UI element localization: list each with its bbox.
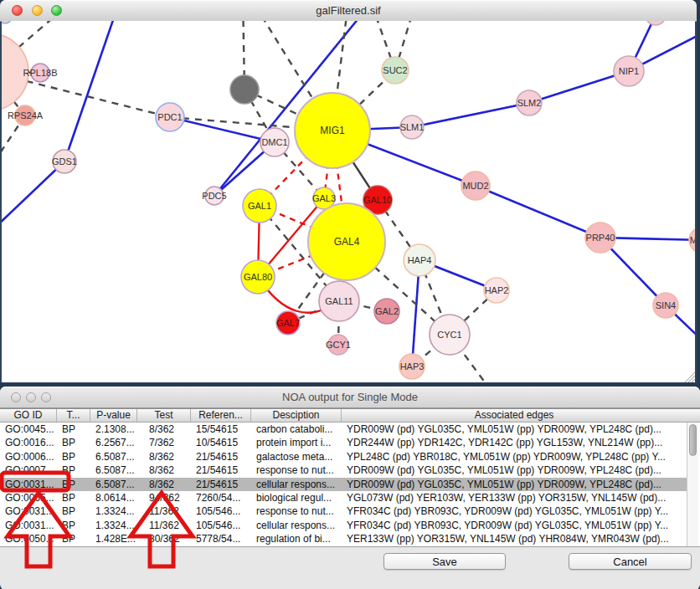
table-cell: BP: [59, 519, 92, 532]
table-row[interactable]: GO:0007...BP6.5087...8/36221/54615respon…: [2, 464, 688, 477]
node-label: GAL11: [325, 296, 353, 306]
table-cell: 21/54615: [193, 464, 253, 477]
network-edge: [412, 103, 529, 127]
network-node-darknode[interactable]: [230, 75, 259, 104]
table-cell: 1.3324...: [92, 504, 139, 518]
table-cell: 105/546...: [193, 504, 253, 518]
table-cell: 105/546...: [193, 519, 253, 532]
table-cell: GO:0045...: [2, 423, 59, 436]
node-label: SUC2: [383, 65, 407, 75]
table-cell: 1.3324...: [92, 519, 139, 532]
table-cell: 21/54615: [193, 450, 253, 464]
table-cell: 15/54615: [193, 423, 253, 436]
table-cell: YER133W (pp) YOR315W, YNL145W (pd) YHR08…: [343, 532, 688, 545]
table-cell: 80/362: [139, 532, 193, 545]
node-label: SIN4: [656, 300, 676, 310]
table-row[interactable]: GO:0050...BP1.428E...80/3625778/54...reg…: [2, 532, 688, 545]
table-scrollbar[interactable]: [687, 423, 698, 546]
table-row[interactable]: GO:0031...BP1.3324...11/362105/546...cel…: [2, 519, 688, 532]
column-header-2[interactable]: P-value: [90, 409, 137, 422]
network-graph: RPL18BRPS24AGDS1PDC1MIG1SUC2SLM1DMC1SLM2…: [2, 21, 695, 382]
column-header-1[interactable]: T...: [57, 409, 90, 422]
table-cell: 8.0614...: [92, 491, 139, 504]
table-cell: 7/362: [139, 436, 193, 449]
node-label: GAL1: [248, 201, 271, 211]
network-node-topright[interactable]: [646, 21, 666, 25]
table-cell: 8/362: [139, 423, 193, 436]
resize-grip-icon[interactable]: [688, 376, 695, 382]
table-cell: 6.5087...: [92, 450, 139, 464]
node-label: SLM1: [400, 122, 425, 132]
network-edge: [64, 21, 121, 161]
screen: galFiltered.sif RPL18BRPS24AGDS1PDC1MIG1…: [0, 0, 700, 589]
node-label: RPS24A: [8, 110, 44, 120]
network-edge: [476, 186, 600, 238]
table-cell: cellular respons...: [253, 519, 343, 532]
cancel-button[interactable]: Cancel: [569, 553, 692, 570]
table-row[interactable]: GO:0045...BP2.1308...8/36215/54615carbon…: [2, 423, 688, 436]
table-cell: YDR244W (pp) YDR142C, YDR142C (pp) YGL15…: [343, 436, 688, 449]
table-cell: YPL248C (pd) YBR018C, YML051W (pp) YDR00…: [343, 450, 688, 464]
table-cell: BP: [59, 504, 92, 518]
table-cell: 21/54615: [193, 478, 253, 491]
node-label: GAL4: [334, 236, 360, 248]
button-bar: Save Cancel: [0, 546, 700, 589]
resize-grip-icon[interactable]: [692, 379, 695, 382]
node-label: MUD2: [462, 181, 488, 191]
table-cell: 94/362: [139, 491, 193, 504]
table-cell: carbon cataboli...: [253, 423, 343, 436]
table-cell: GO:0050...: [2, 532, 59, 545]
column-header-0[interactable]: GO ID: [0, 409, 57, 422]
table-row-selected[interactable]: GO:0031...BP6.5087...8/36221/54615cellul…: [2, 478, 688, 491]
table-cell: GO:0007...: [2, 464, 59, 477]
column-header-4[interactable]: Referen...: [191, 409, 251, 422]
table-cell: 8/362: [139, 450, 193, 464]
table-row[interactable]: GO:0065...BP8.0614...94/3627260/54...bio…: [2, 491, 688, 504]
table-row[interactable]: GO:0016...BP6.2567...7/36210/54615protei…: [2, 436, 688, 449]
table-cell: GO:0031...: [2, 478, 59, 491]
table-cell: 6.2567...: [92, 436, 139, 449]
table-cell: BP: [59, 464, 92, 477]
network-window-title: galFiltered.sif: [0, 4, 697, 17]
column-header-3[interactable]: Test: [137, 409, 191, 422]
node-label: PRP40: [586, 233, 615, 243]
save-button[interactable]: Save: [383, 553, 506, 570]
table-row[interactable]: GO:0031...BP1.3324...11/362105/546...res…: [2, 504, 688, 518]
node-label: NIP1: [619, 66, 639, 76]
network-window: galFiltered.sif RPL18BRPS24AGDS1PDC1MIG1…: [0, 0, 697, 383]
node-label: HAP4: [408, 255, 432, 265]
network-node-corner[interactable]: [2, 21, 12, 23]
table-cell: response to nut...: [253, 504, 343, 518]
node-label: RPL18B: [23, 68, 58, 78]
table-header: GO IDT...P-valueTestReferen...Desciption…: [0, 408, 700, 423]
table-cell: BP: [59, 491, 92, 504]
table-cell: 5778/54...: [193, 532, 253, 545]
column-header-5[interactable]: Desciption: [251, 409, 342, 422]
table-cell: BP: [59, 450, 92, 464]
scrollbar-thumb[interactable]: [689, 424, 697, 456]
table-cell: 11/362: [139, 519, 193, 532]
column-header-6[interactable]: Associated edges: [342, 409, 687, 422]
noa-window-titlebar[interactable]: NOA output for Single Mode: [0, 387, 700, 408]
table-cell: 8/362: [139, 478, 193, 491]
network-window-titlebar[interactable]: galFiltered.sif: [0, 0, 697, 22]
node-label: GAL3: [312, 193, 336, 203]
table-row[interactable]: GO:0006...BP6.5087...8/36221/54615galact…: [2, 450, 688, 464]
table-cell: regulation of bi...: [253, 532, 343, 545]
table-cell: 7260/54...: [193, 491, 253, 504]
node-label: PDC5: [202, 191, 226, 201]
table-cell: 6.5087...: [92, 478, 139, 491]
table-cell: 10/54615: [193, 436, 253, 449]
table-cell: 2.1308...: [92, 423, 139, 436]
table-cell: GO:0016...: [2, 436, 59, 449]
table-cell: BP: [59, 423, 92, 436]
node-label: GDS1: [52, 156, 77, 166]
noa-output-window: NOA output for Single Mode GO IDT...P-va…: [0, 387, 700, 589]
table-cell: 1.428E...: [92, 532, 139, 545]
table-body: GO:0045...BP2.1308...8/36215/54615carbon…: [2, 423, 688, 546]
node-label: GCY1: [326, 340, 351, 350]
node-label: GAL10: [363, 195, 392, 205]
network-canvas[interactable]: RPL18BRPS24AGDS1PDC1MIG1SUC2SLM1DMC1SLM2…: [2, 21, 695, 382]
node-label: GAL2: [375, 306, 399, 316]
table-cell: YDR009W (pd) YGL035C, YML051W (pp) YDR00…: [343, 478, 688, 491]
